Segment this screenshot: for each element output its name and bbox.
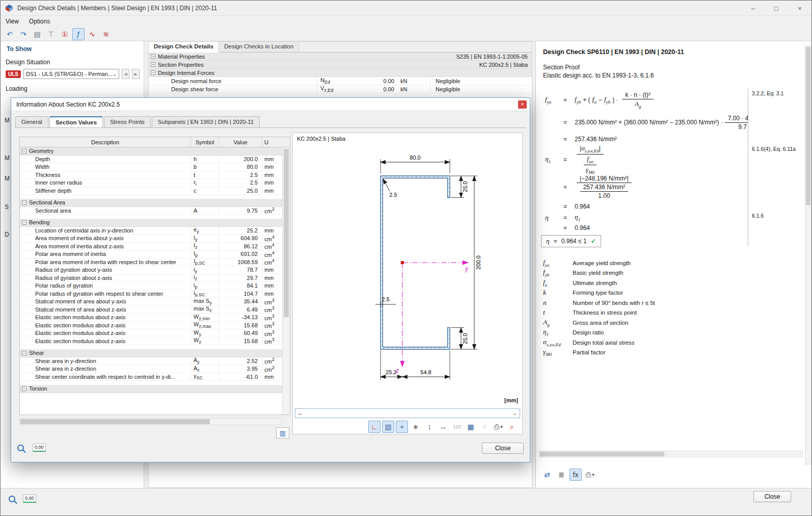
cell-unit: mm <box>262 374 282 380</box>
table-row[interactable]: Polar area moment of inertiaIp691.02cm4 <box>20 250 282 259</box>
show-hatching-icon[interactable]: ▨ <box>382 421 394 433</box>
dialog-close-button[interactable]: Close <box>482 443 524 454</box>
decimal-places-button[interactable]: 0,00 <box>33 444 46 452</box>
table-row[interactable]: Statical moment of area about y-axismax … <box>20 298 282 306</box>
table-row[interactable]: Stiffener depthc25.0mm <box>20 187 282 195</box>
print-icon[interactable]: ⎙▾ <box>584 469 596 481</box>
close-window-icon[interactable]: × <box>788 1 811 16</box>
cell-unit: mm <box>262 179 282 186</box>
design-situation-select[interactable]: DS1 - ULS (STR/GEO) - Perman... ⌄ <box>23 69 119 79</box>
cell-unit: cm4 <box>262 242 282 250</box>
previous-situation-icon[interactable]: ◀ <box>122 69 129 79</box>
table-horizontal-scrollbar[interactable] <box>19 418 282 425</box>
expand-icon[interactable]: + <box>151 54 155 59</box>
tab-subpanels[interactable]: Subpanels | EN 1993 | DIN | 2020-11 <box>152 116 260 127</box>
section-group-row[interactable]: −Torsion <box>20 385 282 393</box>
forward-icon[interactable]: ↷ <box>17 28 30 40</box>
show-axes-icon[interactable]: ∟ <box>368 421 381 433</box>
menu-options[interactable]: Options <box>24 17 55 26</box>
table-row[interactable]: Shear area in z-directionAz3.95cm2 <box>20 365 282 373</box>
grid-icon[interactable]: ▦ <box>465 421 477 433</box>
decimal-places-button[interactable]: 0,00 <box>23 495 36 503</box>
tree-row-design-shear-force[interactable]: Design shear force Vz,Ed 0.00 kN Negligi… <box>149 85 532 93</box>
close-button[interactable]: Close <box>753 491 791 502</box>
table-row[interactable]: Polar radius of gyrationip84.1mm <box>20 282 282 290</box>
table-row[interactable]: Polar radius of gyration with respect to… <box>20 290 282 298</box>
limit-lines-icon[interactable]: ≋ <box>100 28 112 40</box>
stress-point-select[interactable]: -- ⌄ <box>295 408 520 418</box>
collapse-icon[interactable]: − <box>22 200 26 205</box>
section-group-row[interactable]: −Geometry <box>20 147 282 156</box>
table-row[interactable]: Depthh200.0mm <box>20 156 282 164</box>
fraction: |−248.196 N/mm²| 257.436 N/mm² 1.00 <box>577 175 632 199</box>
section-group-row[interactable]: −Shear <box>20 349 282 357</box>
result-diagram-icon[interactable]: ▤ <box>31 28 43 40</box>
find-stress-point-icon[interactable]: ⌕ <box>506 421 518 433</box>
table-row[interactable]: Sectional areaA9.75cm2 <box>20 207 282 215</box>
back-icon[interactable]: ↶ <box>4 28 16 40</box>
tree-row-design-normal-force[interactable]: Design normal force NEd 0.00 kN Negligib… <box>149 77 532 85</box>
measure-icon[interactable]: ⊤ <box>45 28 57 40</box>
print-icon[interactable]: ⎙▾ <box>492 421 504 433</box>
table-row[interactable]: Location of centroidal axis in y-directi… <box>20 227 282 235</box>
collapse-icon[interactable]: − <box>22 351 26 355</box>
maximize-icon[interactable]: □ <box>765 1 788 16</box>
table-row[interactable]: Statical moment of area about z-axismax … <box>20 306 282 314</box>
dropdown-arrow-icon[interactable]: ▾ <box>500 424 503 429</box>
tab-stress-points[interactable]: Stress Points <box>104 116 151 127</box>
collapse-icon[interactable]: − <box>22 149 26 153</box>
sorted-list-icon[interactable]: ≣ <box>555 469 567 481</box>
section-group-row[interactable]: −Sectional Area <box>20 199 282 207</box>
formula-line: = 235.000 N/mm² + (360.000 N/mm² − 235.0… <box>541 111 748 134</box>
app-window: Design Check Details | Members | Steel D… <box>0 0 812 516</box>
table-row[interactable]: Thicknesst2.5mm <box>20 171 282 179</box>
vertical-scrollbar[interactable] <box>805 45 811 465</box>
formula-reference-icon[interactable]: fx <box>570 469 582 481</box>
design-check-details-icon[interactable]: ƒ <box>72 28 85 40</box>
table-vertical-scrollbar[interactable] <box>282 147 290 415</box>
collapse-icon[interactable]: − <box>22 386 26 391</box>
dialog-close-icon[interactable]: × <box>518 100 527 109</box>
dimension-vertical-icon[interactable]: ↕ <box>423 421 436 433</box>
table-row[interactable]: Elastic section modulus about z-axisWz,m… <box>20 322 282 330</box>
zoom-icon[interactable] <box>17 445 24 451</box>
collapse-icon[interactable]: − <box>151 70 155 75</box>
dialog-title: Information About Section KC 200x2.5 <box>16 101 120 108</box>
collapse-icon[interactable]: − <box>22 220 26 225</box>
section-group-row[interactable]: −Bending <box>20 219 282 227</box>
transfer-icon[interactable]: ⇄ <box>541 469 553 481</box>
tab-design-check-details[interactable]: Design Check Details <box>149 42 219 53</box>
tree-row-section-properties[interactable]: + Section Properties KC 200x2.5 | Staba <box>149 61 532 69</box>
tab-section-values[interactable]: Section Values <box>49 116 103 127</box>
expand-icon[interactable]: + <box>151 62 155 67</box>
dimension-horizontal-icon[interactable]: ↔ <box>437 421 449 433</box>
show-stress-points-icon[interactable]: ∗ <box>410 421 422 433</box>
table-row[interactable]: Radius of gyration about y-axisiy78.7mm <box>20 266 282 274</box>
result-curve-icon[interactable]: ∿ <box>86 28 98 40</box>
table-row[interactable]: Elastic section modulus about z-axisWz,m… <box>20 314 282 322</box>
table-row[interactable]: Shear center coordinate with respect to … <box>20 373 282 381</box>
tree-row-material-properties[interactable]: + Material Properties S235 | EN 1993-1-1… <box>149 53 532 61</box>
table-row[interactable]: Shear area in y-directionAy2.52cm2 <box>20 357 282 366</box>
menu-view[interactable]: View <box>1 17 24 26</box>
table-row[interactable]: Elastic section modulus about z-axisWy60… <box>20 329 282 338</box>
dropdown-arrow-icon[interactable]: ▾ <box>592 472 594 477</box>
show-principal-axes-icon[interactable]: + <box>396 421 408 433</box>
zoom-icon[interactable] <box>9 496 15 502</box>
next-situation-icon[interactable]: ▶ <box>132 69 140 79</box>
table-row[interactable]: Widthb80.0mm <box>20 163 282 171</box>
numbering-icon[interactable]: 123 <box>451 421 463 433</box>
table-row[interactable]: Area moment of inertia about z-axisIz86.… <box>20 243 282 251</box>
minimize-icon[interactable]: – <box>741 1 765 16</box>
table-row[interactable]: Radius of gyration about z-axisiz29.7mm <box>20 274 282 282</box>
table-row[interactable]: Polar area moment of inertia with respec… <box>20 259 282 267</box>
table-row[interactable]: Elastic section modulus about z-axisWz15… <box>20 338 282 346</box>
tab-design-checks-in-location[interactable]: Design Checks in Location <box>219 42 299 52</box>
tab-general[interactable]: General <box>15 116 48 127</box>
table-row[interactable]: Inner corner radiusri2.5mm <box>20 179 282 187</box>
info-1-icon[interactable]: ① <box>59 28 71 40</box>
mesh-points-icon[interactable]: ⁘ <box>478 421 491 433</box>
table-row[interactable]: Area moment of inertia about y-axisIy604… <box>20 235 282 243</box>
horizontal-scrollbar[interactable] <box>539 451 803 457</box>
tree-row-design-internal-forces[interactable]: − Design Internal Forces <box>149 69 532 77</box>
